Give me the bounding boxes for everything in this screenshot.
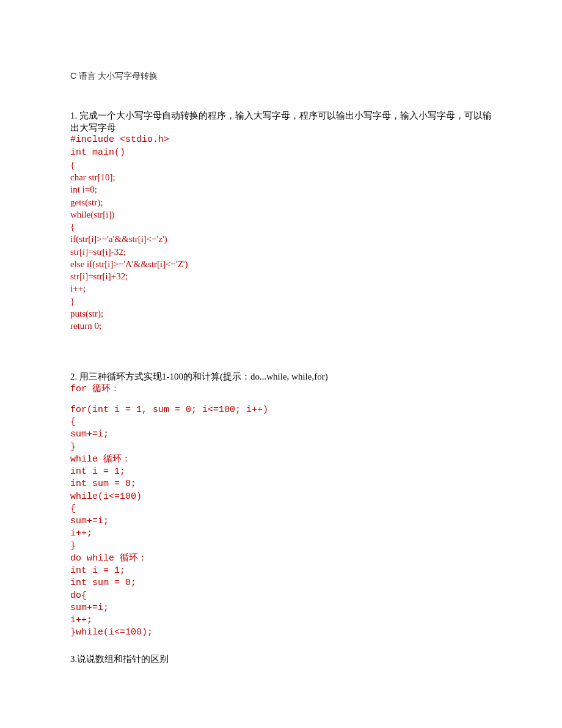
question-2: 2. 用三种循环方式实现1-100的和计算(提示：do...while, whi… bbox=[70, 370, 492, 639]
title-prefix: C bbox=[70, 71, 76, 81]
q3-prompt: 3.说说数组和指针的区别 bbox=[70, 653, 492, 665]
q2-while-label: while 循环： bbox=[70, 454, 492, 466]
q2-for-label: for 循环： bbox=[70, 383, 492, 395]
q2-do-label: do while 循环： bbox=[70, 553, 492, 565]
q2-while-code: int i = 1; int sum = 0; while(i<=100) { … bbox=[70, 466, 492, 553]
document-title: C 语言 大小写字母转换 bbox=[70, 70, 492, 83]
title-rest: 语言 大小写字母转换 bbox=[76, 72, 158, 81]
q2-for-code: for(int i = 1, sum = 0; i<=100; i++) { s… bbox=[70, 404, 492, 454]
document-page: C 语言 大小写字母转换 1. 完成一个大小写字母自动转换的程序，输入大写字母，… bbox=[0, 0, 562, 707]
q2-do-code: int i = 1; int sum = 0; do{ sum+=i; i++;… bbox=[70, 565, 492, 639]
question-1: 1. 完成一个大小写字母自动转换的程序，输入大写字母，程序可以输出小写字母，输入… bbox=[70, 109, 492, 333]
question-3: 3.说说数组和指针的区别 bbox=[70, 653, 492, 665]
q2-prompt: 2. 用三种循环方式实现1-100的和计算(提示：do...while, whi… bbox=[70, 370, 492, 383]
q1-code: #include <stdio.h> int main() { char str… bbox=[70, 134, 492, 332]
q1-prompt: 1. 完成一个大小写字母自动转换的程序，输入大写字母，程序可以输出小写字母，输入… bbox=[70, 109, 492, 134]
